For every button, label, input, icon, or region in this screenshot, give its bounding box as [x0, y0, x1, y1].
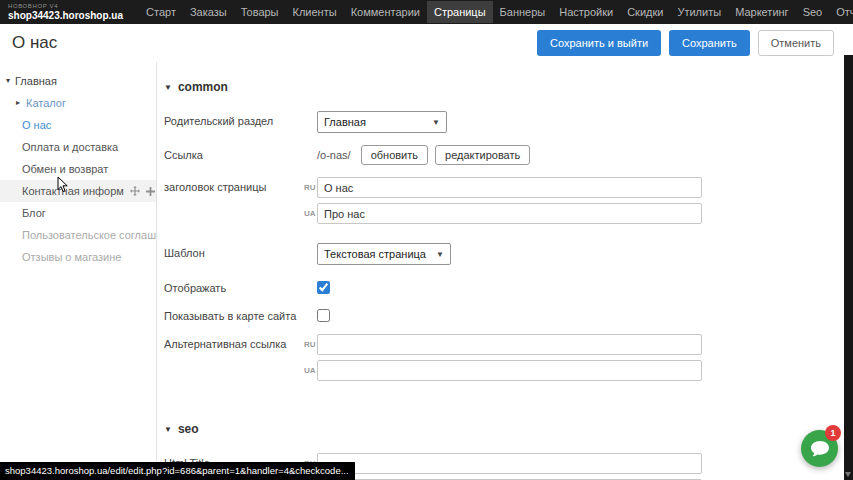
field-label: Отображать [164, 278, 304, 294]
admin-app: НОВОВНОР V4 shop34423.horoshop.ua Старт … [0, 0, 853, 480]
html-title-ru-input[interactable] [317, 453, 702, 474]
sidebar-item-blog[interactable]: Блог [0, 202, 156, 224]
field-link: Ссылка /o-nas/ обновить редактировать [164, 145, 844, 165]
field-template: Шаблон Текстовая страница ▼ [164, 243, 844, 265]
field-label: Шаблон [164, 243, 304, 265]
section-title: common [178, 80, 228, 94]
chat-icon [811, 441, 829, 457]
alt-link-ru-input[interactable] [317, 334, 702, 355]
menu-item-discounts[interactable]: Скидки [620, 1, 670, 23]
section-seo[interactable]: ▼ seo [164, 422, 844, 436]
sidebar-item-exchange-return[interactable]: Обмен и возврат [0, 158, 156, 180]
pages-tree-sidebar: ▾ Главная ▸ Каталог О нас Оплата и доста… [0, 62, 157, 480]
sidebar-item-actions [130, 186, 156, 197]
menu-item-clients[interactable]: Клиенты [286, 1, 344, 23]
menu-item-comments[interactable]: Комментарии [344, 1, 427, 23]
page-edit-form: ▼ common Родительский раздел Главная ▼ С… [158, 62, 844, 480]
display-checkbox[interactable] [317, 281, 330, 294]
chevron-down-icon: ▼ [164, 425, 172, 434]
select-value: Главная [324, 116, 366, 128]
edit-link-button[interactable]: редактировать [435, 145, 530, 165]
scroll-down-arrow-icon[interactable] [845, 472, 851, 477]
field-page-title: заголовок страницы RU UA [164, 177, 844, 229]
menu-item-utilities[interactable]: Утилиты [670, 1, 728, 23]
sidebar-item-label: Пользовательское соглашение [22, 229, 156, 241]
page-title-ua-input[interactable] [317, 203, 702, 224]
link-path: /o-nas/ [317, 145, 351, 161]
select-value: Текстовая страница [324, 248, 426, 260]
menu-item-pages[interactable]: Страницы [427, 1, 493, 23]
add-icon[interactable] [145, 186, 156, 197]
field-alt-link: Альтернативная ссылка RU UA [164, 334, 844, 386]
chevron-down-icon: ▼ [436, 250, 444, 259]
field-display: Отображать [164, 278, 844, 294]
sidebar-item-user-agreement[interactable]: Пользовательское соглашение [0, 224, 156, 246]
sidebar-item-store-reviews[interactable]: Отзывы о магазине [0, 246, 156, 268]
topbar: НОВОВНОР V4 shop34423.horoshop.ua Старт … [0, 0, 853, 24]
sidebar-item-label: Отзывы о магазине [22, 251, 121, 263]
logo-domain: shop34423.horoshop.ua [8, 10, 123, 21]
browser-status-bar: shop34423.horoshop.ua/edit/edit.php?id=6… [0, 462, 355, 480]
sidebar-item-label: Блог [22, 207, 46, 219]
ru-tag: RU [304, 183, 317, 192]
cancel-button[interactable]: Отменить [758, 30, 834, 56]
sidebar-item-label: Обмен и возврат [22, 163, 108, 175]
parent-section-select[interactable]: Главная ▼ [317, 111, 447, 133]
sidebar-item-label: Контактная информ [22, 185, 124, 197]
save-button[interactable]: Сохранить [669, 30, 750, 56]
menu-item-seo[interactable]: Seo [796, 1, 830, 23]
logo-version: НОВОВНОР V4 [8, 3, 123, 10]
alt-link-ua-input[interactable] [317, 360, 702, 381]
menu-item-settings[interactable]: Настройки [552, 1, 620, 23]
field-label: Родительский раздел [164, 111, 304, 133]
chat-unread-badge: 1 [825, 425, 841, 441]
template-select[interactable]: Текстовая страница ▼ [317, 243, 451, 265]
menu-item-reports[interactable]: Отчеты [829, 1, 853, 23]
menu-item-start[interactable]: Старт [139, 1, 183, 23]
menu-item-orders[interactable]: Заказы [183, 1, 234, 23]
save-and-exit-button[interactable]: Сохранить и выйти [537, 30, 661, 56]
sidebar-item-home[interactable]: ▾ Главная [0, 70, 156, 92]
chevron-right-icon[interactable]: ▸ [16, 98, 20, 107]
ua-tag: UA [304, 209, 317, 218]
menu-item-products[interactable]: Товары [234, 1, 286, 23]
menu-item-banners[interactable]: Баннеры [493, 1, 553, 23]
sidebar-item-label: Каталог [26, 97, 66, 109]
refresh-link-button[interactable]: обновить [361, 145, 428, 165]
chevron-down-icon: ▼ [164, 83, 172, 92]
main-menu: Старт Заказы Товары Клиенты Комментарии … [139, 0, 853, 24]
sidebar-item-about[interactable]: О нас [0, 114, 156, 136]
field-label: заголовок страницы [164, 177, 304, 229]
logo[interactable]: НОВОВНОР V4 shop34423.horoshop.ua [0, 3, 139, 21]
sidebar-item-contact-info[interactable]: Контактная информ [0, 180, 156, 202]
move-icon[interactable] [130, 186, 141, 197]
field-label: Альтернативная ссылка [164, 334, 304, 386]
page-header: О нас Сохранить и выйти Сохранить Отмени… [0, 24, 844, 62]
page-title: О нас [12, 33, 57, 53]
section-title: seo [178, 422, 199, 436]
sitemap-checkbox[interactable] [317, 309, 330, 322]
chevron-down-icon: ▼ [432, 118, 440, 127]
menu-item-marketing[interactable]: Маркетинг [728, 1, 795, 23]
chevron-down-icon[interactable]: ▾ [6, 76, 10, 85]
page-title-ru-input[interactable] [317, 177, 702, 198]
sidebar-item-payment-delivery[interactable]: Оплата и доставка [0, 136, 156, 158]
field-parent-section: Родительский раздел Главная ▼ [164, 111, 844, 133]
ua-tag: UA [304, 366, 317, 375]
sidebar-item-label: Оплата и доставка [22, 141, 118, 153]
field-sitemap: Показывать в карте сайта [164, 306, 844, 322]
ru-tag: RU [304, 340, 317, 349]
field-label: Ссылка [164, 145, 304, 165]
sidebar-item-catalog[interactable]: ▸ Каталог [0, 92, 156, 114]
chat-widget-button[interactable]: 1 [801, 430, 838, 467]
sidebar-item-label: Главная [15, 75, 57, 87]
header-actions: Сохранить и выйти Сохранить Отменить [537, 30, 844, 56]
field-label: Показывать в карте сайта [164, 306, 304, 322]
section-common[interactable]: ▼ common [164, 80, 844, 94]
sidebar-item-label: О нас [22, 119, 51, 131]
vertical-scrollbar[interactable] [844, 55, 853, 480]
